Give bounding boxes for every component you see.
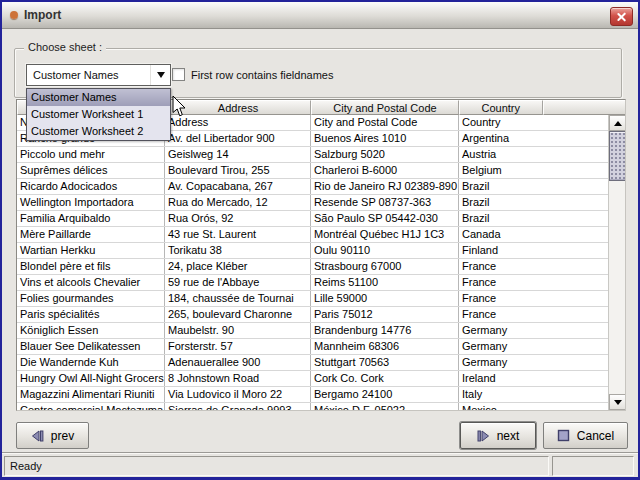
cell: 43 rue St. Laurent bbox=[165, 227, 311, 242]
cell: 24, place Kléber bbox=[165, 259, 311, 274]
combobox-arrow-button[interactable] bbox=[150, 65, 170, 85]
cell: Adenauerallee 900 bbox=[165, 355, 311, 370]
table-row[interactable]: Piccolo und mehrGeislweg 14Salzburg 5020… bbox=[17, 147, 608, 163]
cell: Montréal Québec H1J 1C3 bbox=[311, 227, 459, 242]
dropdown-option[interactable]: Customer Worksheet 2 bbox=[27, 123, 170, 140]
titlebar[interactable]: Import bbox=[2, 2, 638, 29]
scrollbar-thumb[interactable] bbox=[609, 131, 626, 181]
cell: Oulu 90110 bbox=[311, 243, 459, 258]
scroll-down-button[interactable] bbox=[609, 394, 626, 410]
cancel-button[interactable]: Cancel bbox=[543, 422, 628, 449]
prev-button[interactable]: prev bbox=[16, 422, 89, 449]
combobox-value: Customer Names bbox=[27, 69, 150, 81]
table-row[interactable]: Folies gourmandes184, chaussée de Tourna… bbox=[17, 291, 608, 307]
cell: Maubelstr. 90 bbox=[165, 323, 311, 338]
table-row[interactable]: Königlich EssenMaubelstr. 90Brandenburg … bbox=[17, 323, 608, 339]
cell: Lille 59000 bbox=[311, 291, 459, 306]
cell: Königlich Essen bbox=[17, 323, 165, 338]
table-row[interactable]: Mère Paillarde43 rue St. LaurentMontréal… bbox=[17, 227, 608, 243]
cell: Die Wandernde Kuh bbox=[17, 355, 165, 370]
cell: São Paulo SP 05442-030 bbox=[311, 211, 459, 226]
cell: 8 Johnstown Road bbox=[165, 371, 311, 386]
scroll-up-button[interactable] bbox=[609, 115, 626, 131]
groupbox-label: Choose sheet : bbox=[24, 41, 106, 53]
cell: Reims 51100 bbox=[311, 275, 459, 290]
column-header-country[interactable]: Country bbox=[459, 100, 543, 115]
cell: Folies gourmandes bbox=[17, 291, 165, 306]
table-row[interactable]: Wellington ImportadoraRua do Mercado, 12… bbox=[17, 195, 608, 211]
cell: Cork Co. Cork bbox=[311, 371, 459, 386]
table-row[interactable]: Centro comercial MoctezumaSierras de Gra… bbox=[17, 403, 608, 410]
table-row[interactable]: Vins et alcools Chevalier59 rue de l'Abb… bbox=[17, 275, 608, 291]
table-row[interactable]: Suprêmes délicesBoulevard Tirou, 255Char… bbox=[17, 163, 608, 179]
cell: Brazil bbox=[459, 211, 608, 226]
cell: Paris spécialités bbox=[17, 307, 165, 322]
cell: Italy bbox=[459, 387, 608, 402]
cell: France bbox=[459, 307, 608, 322]
next-button[interactable]: next bbox=[460, 422, 536, 449]
cancel-icon bbox=[557, 429, 570, 442]
statusbar: Ready bbox=[2, 452, 638, 477]
cell: Resende SP 08737-363 bbox=[311, 195, 459, 210]
cancel-button-label: Cancel bbox=[577, 429, 614, 443]
status-side-panel bbox=[552, 456, 634, 476]
mouse-cursor bbox=[172, 96, 187, 118]
cell: Ricardo Adocicados bbox=[17, 179, 165, 194]
table-row[interactable]: Die Wandernde KuhAdenauerallee 900Stuttg… bbox=[17, 355, 608, 371]
data-grid: NameAddressCity and Postal CodeCountry N… bbox=[16, 99, 626, 411]
cell: Blondel père et fils bbox=[17, 259, 165, 274]
close-button[interactable] bbox=[610, 7, 633, 26]
dropdown-option[interactable]: Customer Names bbox=[27, 89, 170, 106]
cell: Mère Paillarde bbox=[17, 227, 165, 242]
cell: City and Postal Code bbox=[311, 115, 459, 130]
cell: Austria bbox=[459, 147, 608, 162]
cell: France bbox=[459, 291, 608, 306]
cell: 184, chaussée de Tournai bbox=[165, 291, 311, 306]
cell: Buenos Aires 1010 bbox=[311, 131, 459, 146]
cell: Stuttgart 70563 bbox=[311, 355, 459, 370]
cell: Salzburg 5020 bbox=[311, 147, 459, 162]
cell: Country bbox=[459, 115, 608, 130]
next-button-label: next bbox=[497, 429, 520, 443]
sheet-combobox[interactable]: Customer Names bbox=[26, 64, 171, 86]
first-row-fieldnames-checkbox[interactable] bbox=[172, 68, 185, 81]
cell: Geislweg 14 bbox=[165, 147, 311, 162]
vertical-scrollbar[interactable] bbox=[608, 115, 625, 410]
cell: Charleroi B-6000 bbox=[311, 163, 459, 178]
cell: Piccolo und mehr bbox=[17, 147, 165, 162]
cell: Torikatu 38 bbox=[165, 243, 311, 258]
cell: Wellington Importadora bbox=[17, 195, 165, 210]
table-row[interactable]: Magazzini Alimentari RiunitiVia Ludovico… bbox=[17, 387, 608, 403]
cell: 59 rue de l'Abbaye bbox=[165, 275, 311, 290]
header-corner bbox=[543, 100, 626, 115]
import-dialog: Import Choose sheet : Customer Names Fir… bbox=[0, 0, 640, 480]
cell: Strasbourg 67000 bbox=[311, 259, 459, 274]
cell: Germany bbox=[459, 339, 608, 354]
cell: Boulevard Tirou, 255 bbox=[165, 163, 311, 178]
table-row[interactable]: Paris spécialités265, boulevard Charonne… bbox=[17, 307, 608, 323]
cell: 265, boulevard Charonne bbox=[165, 307, 311, 322]
cell: Mannheim 68306 bbox=[311, 339, 459, 354]
table-row[interactable]: Familia ArquibaldoRua Orós, 92São Paulo … bbox=[17, 211, 608, 227]
cell: Rua do Mercado, 12 bbox=[165, 195, 311, 210]
cell: Centro comercial Moctezuma bbox=[17, 403, 165, 410]
table-row[interactable]: Ricardo AdocicadosAv. Copacabana, 267Rio… bbox=[17, 179, 608, 195]
cell: Av. Copacabana, 267 bbox=[165, 179, 311, 194]
prev-icon bbox=[31, 430, 44, 442]
cell: Mexico bbox=[459, 403, 608, 410]
table-row[interactable]: Hungry Owl All-Night Grocers8 Johnstown … bbox=[17, 371, 608, 387]
table-row[interactable]: Wartian HerkkuTorikatu 38Oulu 90110Finla… bbox=[17, 243, 608, 259]
cell: Germany bbox=[459, 355, 608, 370]
table-row[interactable]: Blondel père et fils24, place KléberStra… bbox=[17, 259, 608, 275]
cell: Canada bbox=[459, 227, 608, 242]
table-row[interactable]: Blauer See DelikatessenForsterstr. 57Man… bbox=[17, 339, 608, 355]
cell: Blauer See Delikatessen bbox=[17, 339, 165, 354]
dropdown-option[interactable]: Customer Worksheet 1 bbox=[27, 106, 170, 123]
cell: Paris 75012 bbox=[311, 307, 459, 322]
status-message: Ready bbox=[4, 456, 549, 476]
cell: Brazil bbox=[459, 179, 608, 194]
checkbox-label: First row contains fieldnames bbox=[191, 68, 333, 82]
cell: Belgium bbox=[459, 163, 608, 178]
column-header-city-and-postal-code[interactable]: City and Postal Code bbox=[311, 100, 459, 115]
cell: Suprêmes délices bbox=[17, 163, 165, 178]
